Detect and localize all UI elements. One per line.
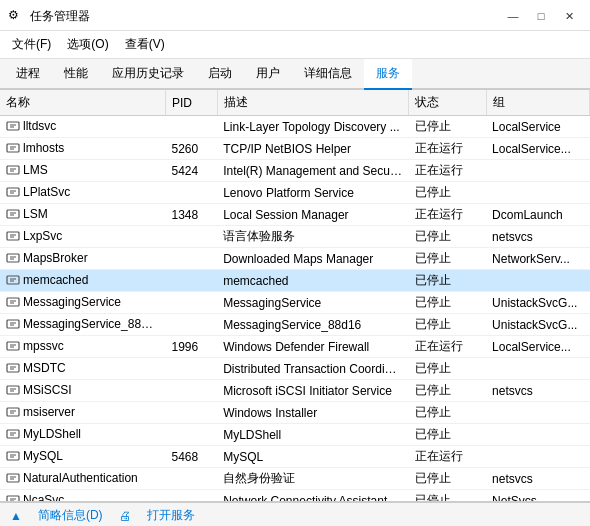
- svg-rect-30: [7, 342, 19, 350]
- cell-name: MSDTC: [0, 358, 165, 380]
- services-table-container[interactable]: 名称 PID 描述 状态 组 lltdsvcLink-Layer Topolog…: [0, 90, 590, 502]
- col-header-name[interactable]: 名称: [0, 90, 165, 116]
- table-row[interactable]: memcachedmemcached已停止: [0, 270, 590, 292]
- table-row[interactable]: LxpSvc语言体验服务已停止netsvcs: [0, 226, 590, 248]
- cell-desc: Network Connectivity Assistant: [217, 490, 408, 503]
- tab-app-history[interactable]: 应用历史记录: [100, 59, 196, 90]
- cell-status: 已停止: [409, 116, 487, 138]
- table-row[interactable]: msiserverWindows Installer已停止: [0, 402, 590, 424]
- close-button[interactable]: ✕: [556, 6, 582, 26]
- cell-name: lltdsvc: [0, 116, 165, 138]
- cell-pid: [165, 358, 217, 380]
- maximize-button[interactable]: □: [528, 6, 554, 26]
- svg-rect-33: [7, 364, 19, 372]
- menu-options[interactable]: 选项(O): [59, 33, 116, 56]
- col-header-pid[interactable]: PID: [165, 90, 217, 116]
- summary-icon: ▲: [10, 509, 22, 523]
- table-row[interactable]: MSiSCSIMicrosoft iSCSI Initiator Service…: [0, 380, 590, 402]
- title-controls: — □ ✕: [500, 6, 582, 26]
- tab-details[interactable]: 详细信息: [292, 59, 364, 90]
- svg-rect-27: [7, 320, 19, 328]
- cell-desc: Distributed Transaction Coordina...: [217, 358, 408, 380]
- table-row[interactable]: MapsBrokerDownloaded Maps Manager已停止Netw…: [0, 248, 590, 270]
- summary-link[interactable]: 简略信息(D): [38, 507, 103, 524]
- cell-status: 正在运行: [409, 160, 487, 182]
- cell-pid: 5424: [165, 160, 217, 182]
- cell-name: MySQL: [0, 446, 165, 468]
- cell-desc: Intel(R) Management and Securit...: [217, 160, 408, 182]
- cell-status: 已停止: [409, 182, 487, 204]
- table-row[interactable]: MessagingService_88d16MessagingService_8…: [0, 314, 590, 336]
- table-row[interactable]: MySQL5468MySQL正在运行: [0, 446, 590, 468]
- tab-services[interactable]: 服务: [364, 59, 412, 90]
- table-row[interactable]: LPlatSvcLenovo Platform Service已停止: [0, 182, 590, 204]
- cell-group: [486, 182, 589, 204]
- col-header-desc[interactable]: 描述: [217, 90, 408, 116]
- tab-bar: 进程 性能 应用历史记录 启动 用户 详细信息 服务: [0, 59, 590, 90]
- cell-status: 已停止: [409, 270, 487, 292]
- svg-rect-9: [7, 188, 19, 196]
- cell-group: NetworkServ...: [486, 248, 589, 270]
- svg-rect-36: [7, 386, 19, 394]
- status-bar: ▲ 简略信息(D) 🖨 打开服务: [0, 502, 590, 526]
- cell-group: UnistackSvcG...: [486, 314, 589, 336]
- open-services-link[interactable]: 打开服务: [147, 507, 195, 524]
- cell-status: 已停止: [409, 468, 487, 490]
- cell-pid: [165, 116, 217, 138]
- cell-pid: [165, 380, 217, 402]
- cell-group: netsvcs: [486, 468, 589, 490]
- cell-name: LSM: [0, 204, 165, 226]
- cell-group: netsvcs: [486, 380, 589, 402]
- cell-name: MapsBroker: [0, 248, 165, 270]
- table-row[interactable]: LSM1348Local Session Manager正在运行DcomLaun…: [0, 204, 590, 226]
- cell-desc: MessagingService_88d16: [217, 314, 408, 336]
- cell-pid: [165, 424, 217, 446]
- svg-rect-15: [7, 232, 19, 240]
- table-row[interactable]: mpssvc1996Windows Defender Firewall正在运行L…: [0, 336, 590, 358]
- menu-view[interactable]: 查看(V): [117, 33, 173, 56]
- window-title: 任务管理器: [30, 8, 90, 25]
- cell-group: DcomLaunch: [486, 204, 589, 226]
- table-row[interactable]: MyLDShellMyLDShell已停止: [0, 424, 590, 446]
- cell-status: 正在运行: [409, 138, 487, 160]
- printer-icon: 🖨: [119, 509, 131, 523]
- tab-users[interactable]: 用户: [244, 59, 292, 90]
- svg-rect-0: [7, 122, 19, 130]
- cell-pid: [165, 248, 217, 270]
- cell-group: netsvcs: [486, 226, 589, 248]
- cell-name: LPlatSvc: [0, 182, 165, 204]
- cell-pid: 5468: [165, 446, 217, 468]
- cell-name: lmhosts: [0, 138, 165, 160]
- table-row[interactable]: NaturalAuthentication自然身份验证已停止netsvcs: [0, 468, 590, 490]
- minimize-button[interactable]: —: [500, 6, 526, 26]
- cell-desc: TCP/IP NetBIOS Helper: [217, 138, 408, 160]
- cell-desc: 语言体验服务: [217, 226, 408, 248]
- svg-rect-21: [7, 276, 19, 284]
- cell-group: LocalService...: [486, 138, 589, 160]
- table-row[interactable]: LMS5424Intel(R) Management and Securit..…: [0, 160, 590, 182]
- cell-name: mpssvc: [0, 336, 165, 358]
- cell-name: LxpSvc: [0, 226, 165, 248]
- table-row[interactable]: lltdsvcLink-Layer Topology Discovery ...…: [0, 116, 590, 138]
- table-row[interactable]: MSDTCDistributed Transaction Coordina...…: [0, 358, 590, 380]
- cell-group: [486, 358, 589, 380]
- table-row[interactable]: MessagingServiceMessagingService已停止Unist…: [0, 292, 590, 314]
- table-header-row: 名称 PID 描述 状态 组: [0, 90, 590, 116]
- col-header-group[interactable]: 组: [486, 90, 589, 116]
- table-row[interactable]: NcaSvcNetwork Connectivity Assistant已停止N…: [0, 490, 590, 503]
- cell-pid: [165, 314, 217, 336]
- cell-desc: MySQL: [217, 446, 408, 468]
- cell-group: LocalService: [486, 116, 589, 138]
- table-row[interactable]: lmhosts5260TCP/IP NetBIOS Helper正在运行Loca…: [0, 138, 590, 160]
- col-header-status[interactable]: 状态: [409, 90, 487, 116]
- cell-desc: Link-Layer Topology Discovery ...: [217, 116, 408, 138]
- cell-name: LMS: [0, 160, 165, 182]
- cell-desc: 自然身份验证: [217, 468, 408, 490]
- cell-name: NaturalAuthentication: [0, 468, 165, 490]
- tab-startup[interactable]: 启动: [196, 59, 244, 90]
- menu-file[interactable]: 文件(F): [4, 33, 59, 56]
- cell-pid: 1996: [165, 336, 217, 358]
- tab-performance[interactable]: 性能: [52, 59, 100, 90]
- svg-rect-48: [7, 474, 19, 482]
- tab-processes[interactable]: 进程: [4, 59, 52, 90]
